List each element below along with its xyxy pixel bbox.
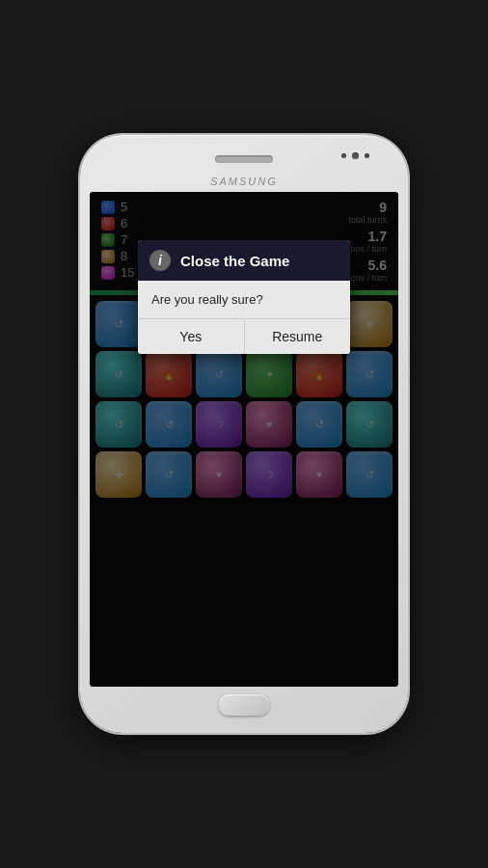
dialog-buttons: Yes Resume <box>138 319 350 354</box>
home-button[interactable] <box>219 694 269 716</box>
phone-top-bar <box>90 149 398 170</box>
camera-lens <box>352 152 359 159</box>
brand-label: SAMSUNG <box>210 176 278 187</box>
phone-bottom <box>90 687 398 719</box>
dialog-overlay: i Close the Game Are you really sure? Ye… <box>90 192 398 687</box>
dialog-title-text: Close the Game <box>180 253 289 269</box>
sensor-dot-2 <box>365 153 369 158</box>
dialog-message: Are you really sure? <box>138 281 350 319</box>
dialog-info-icon: i <box>149 250 171 271</box>
phone-body: SAMSUNG 5 6 7 8 <box>80 135 408 733</box>
sensor-dot <box>341 153 346 158</box>
dialog-title-bar: i Close the Game <box>138 240 350 281</box>
phone-cameras <box>341 152 369 159</box>
resume-button[interactable]: Resume <box>245 319 351 354</box>
screen: 5 6 7 8 15 <box>90 192 398 687</box>
yes-button[interactable]: Yes <box>138 319 245 354</box>
phone-speaker <box>215 155 273 163</box>
dialog-box: i Close the Game Are you really sure? Ye… <box>138 240 350 354</box>
